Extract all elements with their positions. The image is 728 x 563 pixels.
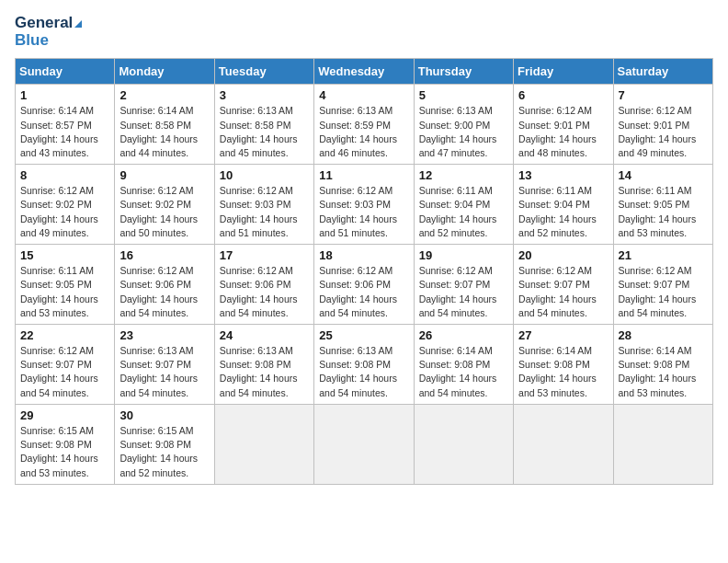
day-number: 7 — [619, 88, 708, 102]
weekday-header-tuesday: Tuesday — [214, 59, 313, 85]
day-info: Sunrise: 6:12 AMSunset: 9:02 PMDaylight:… — [119, 184, 209, 240]
day-info: Sunrise: 6:14 AMSunset: 8:57 PMDaylight:… — [20, 104, 109, 160]
weekday-header-monday: Monday — [115, 59, 214, 85]
day-number: 2 — [119, 88, 209, 102]
calendar-cell: 8Sunrise: 6:12 AMSunset: 9:02 PMDaylight… — [16, 165, 115, 245]
day-number: 24 — [220, 328, 309, 342]
page-header: General Blue — [15, 15, 713, 49]
calendar-cell: 23Sunrise: 6:13 AMSunset: 9:07 PMDayligh… — [115, 325, 214, 405]
calendar-cell: 29Sunrise: 6:15 AMSunset: 9:08 PMDayligh… — [16, 404, 115, 484]
day-number: 27 — [518, 328, 608, 342]
calendar-cell: 14Sunrise: 6:11 AMSunset: 9:05 PMDayligh… — [613, 165, 712, 245]
day-info: Sunrise: 6:12 AMSunset: 9:07 PMDaylight:… — [419, 264, 508, 320]
day-info: Sunrise: 6:11 AMSunset: 9:05 PMDaylight:… — [619, 184, 708, 240]
day-number: 17 — [220, 248, 309, 262]
calendar-cell: 11Sunrise: 6:12 AMSunset: 9:03 PMDayligh… — [314, 165, 414, 245]
day-info: Sunrise: 6:13 AMSunset: 9:07 PMDaylight:… — [119, 344, 209, 400]
day-info: Sunrise: 6:14 AMSunset: 9:08 PMDaylight:… — [619, 344, 708, 400]
weekday-header-saturday: Saturday — [613, 59, 712, 85]
calendar-week-2: 8Sunrise: 6:12 AMSunset: 9:02 PMDaylight… — [16, 165, 713, 245]
day-info: Sunrise: 6:14 AMSunset: 8:58 PMDaylight:… — [119, 104, 209, 160]
day-number: 19 — [419, 248, 508, 262]
calendar-cell: 2Sunrise: 6:14 AMSunset: 8:58 PMDaylight… — [115, 85, 214, 165]
day-number: 28 — [619, 328, 708, 342]
calendar-cell: 3Sunrise: 6:13 AMSunset: 8:58 PMDaylight… — [214, 85, 313, 165]
calendar-cell: 26Sunrise: 6:14 AMSunset: 9:08 PMDayligh… — [414, 325, 513, 405]
day-info: Sunrise: 6:12 AMSunset: 9:03 PMDaylight:… — [220, 184, 309, 240]
day-info: Sunrise: 6:12 AMSunset: 9:02 PMDaylight:… — [20, 184, 109, 240]
day-info: Sunrise: 6:12 AMSunset: 9:07 PMDaylight:… — [619, 264, 708, 320]
day-number: 12 — [419, 168, 508, 182]
calendar-cell: 17Sunrise: 6:12 AMSunset: 9:06 PMDayligh… — [214, 245, 313, 325]
day-number: 13 — [518, 168, 608, 182]
day-number: 20 — [518, 248, 608, 262]
calendar-cell: 15Sunrise: 6:11 AMSunset: 9:05 PMDayligh… — [16, 245, 115, 325]
calendar-cell: 7Sunrise: 6:12 AMSunset: 9:01 PMDaylight… — [613, 85, 712, 165]
calendar-week-5: 29Sunrise: 6:15 AMSunset: 9:08 PMDayligh… — [16, 404, 713, 484]
calendar-cell — [314, 404, 414, 484]
calendar-cell — [514, 404, 613, 484]
day-number: 26 — [419, 328, 508, 342]
calendar-week-1: 1Sunrise: 6:14 AMSunset: 8:57 PMDaylight… — [16, 85, 713, 165]
day-number: 15 — [20, 248, 109, 262]
calendar-cell: 28Sunrise: 6:14 AMSunset: 9:08 PMDayligh… — [613, 325, 712, 405]
day-info: Sunrise: 6:12 AMSunset: 9:06 PMDaylight:… — [119, 264, 209, 320]
day-info: Sunrise: 6:13 AMSunset: 8:59 PMDaylight:… — [319, 104, 408, 160]
day-number: 23 — [119, 328, 209, 342]
calendar-week-4: 22Sunrise: 6:12 AMSunset: 9:07 PMDayligh… — [16, 325, 713, 405]
logo-blue: Blue — [15, 32, 49, 50]
calendar-cell: 9Sunrise: 6:12 AMSunset: 9:02 PMDaylight… — [115, 165, 214, 245]
calendar-cell: 6Sunrise: 6:12 AMSunset: 9:01 PMDaylight… — [514, 85, 613, 165]
calendar-cell: 13Sunrise: 6:11 AMSunset: 9:04 PMDayligh… — [514, 165, 613, 245]
calendar-cell: 21Sunrise: 6:12 AMSunset: 9:07 PMDayligh… — [613, 245, 712, 325]
weekday-header-sunday: Sunday — [16, 59, 115, 85]
day-number: 3 — [220, 88, 309, 102]
day-info: Sunrise: 6:11 AMSunset: 9:04 PMDaylight:… — [419, 184, 508, 240]
calendar-cell: 20Sunrise: 6:12 AMSunset: 9:07 PMDayligh… — [514, 245, 613, 325]
day-number: 14 — [619, 168, 708, 182]
weekday-header-friday: Friday — [514, 59, 613, 85]
day-number: 21 — [619, 248, 708, 262]
day-info: Sunrise: 6:13 AMSunset: 8:58 PMDaylight:… — [220, 104, 309, 160]
calendar-cell: 30Sunrise: 6:15 AMSunset: 9:08 PMDayligh… — [115, 404, 214, 484]
day-info: Sunrise: 6:12 AMSunset: 9:06 PMDaylight:… — [220, 264, 309, 320]
calendar-week-3: 15Sunrise: 6:11 AMSunset: 9:05 PMDayligh… — [16, 245, 713, 325]
day-info: Sunrise: 6:14 AMSunset: 9:08 PMDaylight:… — [518, 344, 608, 400]
day-info: Sunrise: 6:12 AMSunset: 9:01 PMDaylight:… — [619, 104, 708, 160]
day-info: Sunrise: 6:13 AMSunset: 9:08 PMDaylight:… — [220, 344, 309, 400]
day-info: Sunrise: 6:13 AMSunset: 9:08 PMDaylight:… — [319, 344, 408, 400]
day-number: 8 — [20, 168, 109, 182]
calendar-cell: 18Sunrise: 6:12 AMSunset: 9:06 PMDayligh… — [314, 245, 414, 325]
day-info: Sunrise: 6:11 AMSunset: 9:04 PMDaylight:… — [518, 184, 608, 240]
weekday-header-thursday: Thursday — [414, 59, 513, 85]
weekday-header-wednesday: Wednesday — [314, 59, 414, 85]
calendar-cell: 5Sunrise: 6:13 AMSunset: 9:00 PMDaylight… — [414, 85, 513, 165]
day-info: Sunrise: 6:13 AMSunset: 9:00 PMDaylight:… — [419, 104, 508, 160]
day-number: 16 — [119, 248, 209, 262]
calendar-cell — [414, 404, 513, 484]
logo: General Blue — [15, 15, 82, 49]
calendar-cell: 10Sunrise: 6:12 AMSunset: 9:03 PMDayligh… — [214, 165, 313, 245]
calendar-cell: 24Sunrise: 6:13 AMSunset: 9:08 PMDayligh… — [214, 325, 313, 405]
day-info: Sunrise: 6:12 AMSunset: 9:07 PMDaylight:… — [20, 344, 109, 400]
day-number: 5 — [419, 88, 508, 102]
day-number: 29 — [20, 408, 109, 422]
day-info: Sunrise: 6:12 AMSunset: 9:01 PMDaylight:… — [518, 104, 608, 160]
calendar-cell: 25Sunrise: 6:13 AMSunset: 9:08 PMDayligh… — [314, 325, 414, 405]
day-info: Sunrise: 6:15 AMSunset: 9:08 PMDaylight:… — [20, 424, 109, 480]
calendar-cell: 1Sunrise: 6:14 AMSunset: 8:57 PMDaylight… — [16, 85, 115, 165]
day-info: Sunrise: 6:14 AMSunset: 9:08 PMDaylight:… — [419, 344, 508, 400]
logo-svg: General Blue — [15, 15, 82, 49]
day-info: Sunrise: 6:12 AMSunset: 9:06 PMDaylight:… — [319, 264, 408, 320]
calendar-cell: 27Sunrise: 6:14 AMSunset: 9:08 PMDayligh… — [514, 325, 613, 405]
calendar-cell: 12Sunrise: 6:11 AMSunset: 9:04 PMDayligh… — [414, 165, 513, 245]
day-number: 9 — [119, 168, 209, 182]
day-number: 6 — [518, 88, 608, 102]
day-number: 10 — [220, 168, 309, 182]
day-number: 25 — [319, 328, 408, 342]
calendar-cell: 4Sunrise: 6:13 AMSunset: 8:59 PMDaylight… — [314, 85, 414, 165]
day-info: Sunrise: 6:12 AMSunset: 9:07 PMDaylight:… — [518, 264, 608, 320]
calendar-cell — [613, 404, 712, 484]
day-info: Sunrise: 6:15 AMSunset: 9:08 PMDaylight:… — [119, 424, 209, 480]
day-number: 22 — [20, 328, 109, 342]
